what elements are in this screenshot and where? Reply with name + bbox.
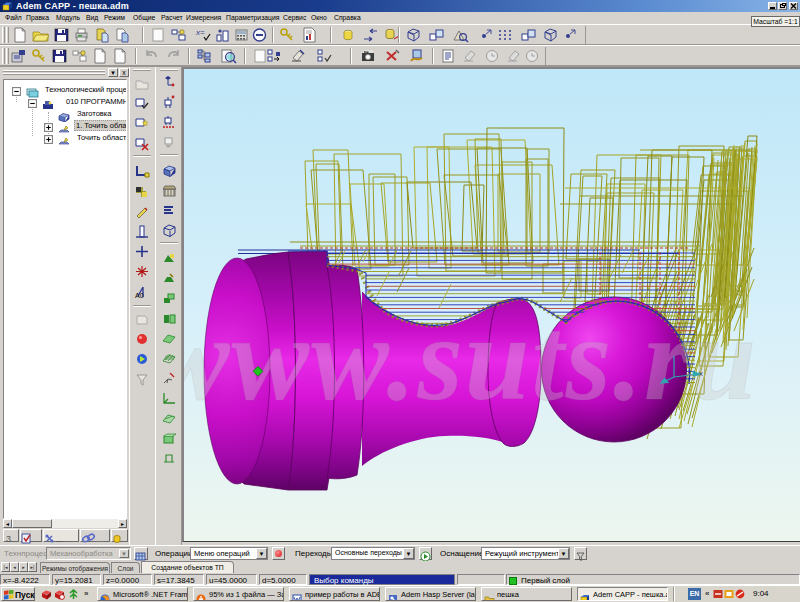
svg-text:A0: A0: [135, 292, 144, 299]
svg-text:3: 3: [6, 534, 11, 544]
svg-text:x=: x=: [195, 28, 205, 37]
svg-text:...: ...: [97, 535, 104, 544]
svg-text:www.suts.ru: www.suts.ru: [184, 292, 758, 425]
svg-text:OPEN: OPEN: [363, 50, 373, 54]
svg-text:...: ...: [56, 535, 63, 544]
svg-text:x: x: [699, 369, 703, 378]
